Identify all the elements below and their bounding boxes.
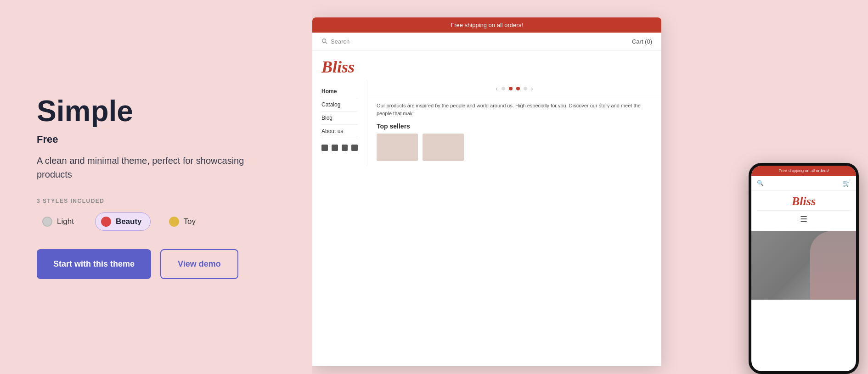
desktop-main-content: Younger looking skin SHOP NOW ‹ › Our pr… [367,80,661,166]
mobile-hero [751,231,856,300]
desktop-preview: Free shipping on all orders! Search Cart… [312,17,661,366]
beauty-label: Beauty [116,217,142,226]
search-left: Search [321,38,349,45]
styles-row: Light Beauty Toy [37,212,276,231]
carousel-next-arrow[interactable]: › [531,85,533,92]
view-demo-button[interactable]: View demo [160,249,238,279]
carousel-dot-4[interactable] [524,87,527,90]
nav-blog[interactable]: Blog [321,112,358,125]
top-sellers-title: Top sellers [377,123,652,130]
mobile-preview: Free shipping on all orders! 🔍 🛒 Bliss ☰ [749,163,859,374]
desktop-nav-sidebar: Home Catalog Blog About us [312,80,367,166]
right-panel: Free shipping on all orders! Search Cart… [312,0,868,374]
product-thumb-1 [377,134,418,161]
below-fold: Our products are inspired by the people … [367,97,661,166]
toy-dot [169,217,179,227]
toy-label: Toy [184,217,196,226]
mobile-search-icon: 🔍 [757,180,764,186]
light-label: Light [57,217,74,226]
theme-price: Free [37,134,276,145]
nav-home[interactable]: Home [321,85,358,98]
product-thumb-2 [423,134,464,161]
beauty-dot [101,217,111,227]
mobile-search-bar: 🔍 🛒 [751,176,856,191]
mobile-hero-figure [810,231,856,300]
mobile-hamburger-icon[interactable]: ☰ [751,211,856,228]
style-option-beauty[interactable]: Beauty [95,212,151,231]
carousel-dot-1[interactable] [502,87,505,90]
style-option-light[interactable]: Light [37,213,82,230]
desktop-search-bar: Search Cart (0) [312,33,661,51]
facebook-icon [321,145,328,151]
instagram-icon [351,145,358,151]
buttons-row: Start with this theme View demo [37,249,276,279]
search-icon [321,38,328,45]
style-option-toy[interactable]: Toy [163,213,204,230]
svg-line-1 [326,42,327,44]
desktop-logo-area: Bliss [312,51,661,80]
mobile-logo: Bliss [751,191,856,210]
carousel-dot-2[interactable] [509,87,513,90]
svg-point-0 [322,39,326,43]
social-icons [321,145,358,151]
nav-catalog[interactable]: Catalog [321,98,358,112]
desktop-announce-bar: Free shipping on all orders! [312,17,661,33]
theme-title: Simple [37,95,276,127]
cart-text: Cart (0) [632,38,652,45]
mobile-inner: Free shipping on all orders! 🔍 🛒 Bliss ☰ [751,166,856,371]
desktop-logo: Bliss [321,57,652,77]
nav-about[interactable]: About us [321,125,358,138]
styles-label: 3 STYLES INCLUDED [37,198,276,204]
carousel-prev-arrow[interactable]: ‹ [496,85,498,92]
theme-description: A clean and minimal theme, perfect for s… [37,154,276,181]
carousel-controls: ‹ › [367,80,661,97]
below-fold-text: Our products are inspired by the people … [377,102,652,118]
mobile-announce-bar: Free shipping on all orders! [751,166,856,176]
light-dot [42,217,52,227]
start-theme-button[interactable]: Start with this theme [37,249,151,279]
search-label: Search [331,38,349,45]
desktop-content-area: Home Catalog Blog About us Younger look [312,80,661,166]
left-panel: Simple Free A clean and minimal theme, p… [0,0,312,374]
mobile-cart-icon: 🛒 [843,179,851,187]
twitter-icon [332,145,338,151]
product-thumbs [377,134,652,161]
carousel-dot-3[interactable] [516,87,520,90]
pinterest-icon [342,145,348,151]
